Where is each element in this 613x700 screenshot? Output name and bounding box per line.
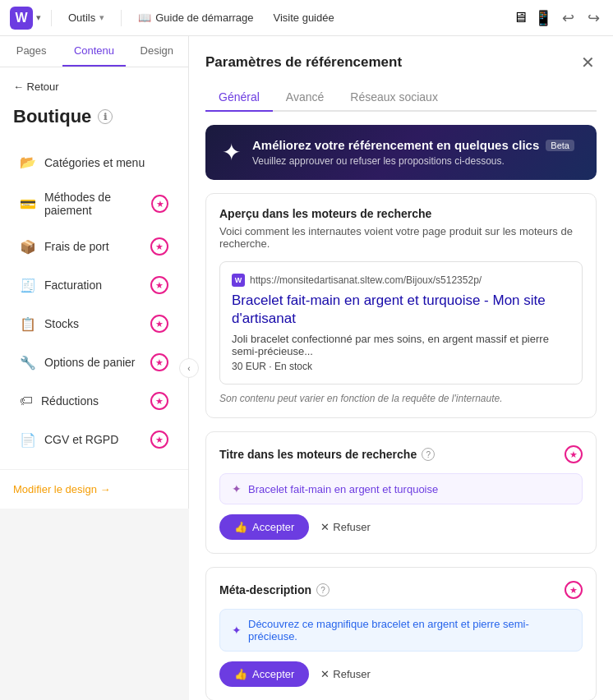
sidebar-footer: Modifier le design → [0, 469, 188, 509]
ai-banner-icon: ✦ [222, 139, 241, 166]
options-label: Options de panier [44, 356, 136, 369]
ai-banner-title-text: Améliorez votre référencement en quelque… [252, 138, 539, 152]
back-link[interactable]: ← Retour [0, 77, 188, 103]
cgv-star: ★ [150, 431, 168, 449]
logo-dropdown-arrow[interactable]: ▾ [36, 12, 41, 23]
panel-tab-general[interactable]: Général [205, 84, 273, 112]
meta-question-icon[interactable]: ? [316, 583, 330, 596]
monitor-icon[interactable]: 🖥 [513, 9, 528, 26]
title-section-title-row: Titre dans les moteurs de recherche ? [219, 448, 435, 461]
mobile-icon[interactable]: 📱 [534, 9, 552, 27]
meta-suggestion-icon: ✦ [232, 624, 242, 637]
frais-label: Frais de port [44, 240, 109, 253]
panel-tab-avance[interactable]: Avancé [273, 84, 337, 112]
title-reject-button[interactable]: ✕ Refuser [317, 514, 374, 540]
sidebar-item-categories[interactable]: 📂 Catégories et menu [7, 145, 182, 180]
meta-suggestion-text: Découvrez ce magnifique bracelet en arge… [248, 618, 570, 642]
sidebar-item-stocks[interactable]: 📋 Stocks ★ [7, 305, 182, 343]
search-meta: 30 EUR · En stock [232, 361, 570, 372]
guide-item[interactable]: 📖 Guide de démarrage [131, 8, 260, 27]
redo-button[interactable]: ↪ [584, 6, 603, 30]
visite-label: Visite guidée [273, 12, 334, 24]
options-icon: 🔧 [20, 355, 36, 371]
nav-left-categories: 📂 Catégories et menu [20, 154, 145, 170]
title-suggestion-icon: ✦ [232, 482, 242, 495]
modify-design-link[interactable]: Modifier le design → [13, 483, 175, 495]
sidebar-item-reductions[interactable]: 🏷 Réductions ★ [7, 382, 182, 420]
search-url: https://monsitedartisanat.sltew.com/Bijo… [250, 274, 482, 286]
search-link-title[interactable]: Bracelet fait-main en argent et turquois… [232, 292, 570, 328]
meta-reject-button[interactable]: ✕ Refuser [317, 661, 374, 687]
title-suggestion-text: Bracelet fait-main en argent et turquois… [248, 483, 438, 495]
meta-section-header: Méta-description ? ★ [219, 581, 583, 599]
meta-section-card: Méta-description ? ★ ✦ Découvrez ce magn… [205, 567, 597, 700]
reductions-star: ★ [150, 392, 168, 410]
title-section-header: Titre dans les moteurs de recherche ? ★ [219, 445, 583, 463]
undo-button[interactable]: ↩ [559, 6, 578, 30]
sidebar-tabs: Pages Contenu Design [0, 36, 188, 67]
sidebar-item-facturation[interactable]: 🧾 Facturation ★ [7, 266, 182, 304]
outils-label: Outils [68, 12, 95, 24]
stocks-star: ★ [150, 315, 168, 333]
frais-icon: 📦 [20, 239, 36, 255]
title-question-icon[interactable]: ? [422, 448, 435, 461]
title-suggestion-row: ✦ Bracelet fait-main en argent et turquo… [219, 473, 583, 504]
sidebar-item-options[interactable]: 🔧 Options de panier ★ [7, 343, 182, 381]
title-section-card: Titre dans les moteurs de recherche ? ★ … [205, 431, 597, 554]
sidebar-collapse-arrow[interactable]: ‹ [179, 358, 199, 378]
search-description: Joli bracelet confectionné par mes soins… [232, 333, 570, 357]
paiement-label: Méthodes de paiement [44, 191, 151, 217]
title-action-row: 👍 Accepter ✕ Refuser [219, 514, 583, 540]
categories-label: Catégories et menu [44, 156, 145, 169]
reductions-icon: 🏷 [20, 394, 33, 408]
meta-reject-label: Refuser [333, 668, 371, 680]
meta-section-label: Méta-description [219, 583, 311, 596]
cgv-icon: 📄 [20, 432, 36, 448]
outils-arrow: ▾ [99, 12, 104, 23]
topbar-sep-1 [51, 10, 52, 26]
logo-icon: W [10, 7, 33, 30]
sidebar-wrapper: Pages Contenu Design ← Retour Boutique ℹ… [0, 36, 189, 700]
title-section-star: ★ [565, 445, 583, 463]
panel-tab-reseaux[interactable]: Réseaux sociaux [337, 84, 451, 112]
sidebar-item-paiement[interactable]: 💳 Méthodes de paiement ★ [7, 181, 182, 227]
nav-left-paiement: 💳 Méthodes de paiement [20, 191, 151, 217]
frais-star: ★ [150, 237, 168, 256]
sidebar-item-cgv[interactable]: 📄 CGV et RGPD ★ [7, 421, 182, 458]
sidebar: Pages Contenu Design ← Retour Boutique ℹ… [0, 36, 189, 509]
meta-accept-button[interactable]: 👍 Accepter [219, 661, 309, 687]
nav-left-reductions: 🏷 Réductions [20, 394, 99, 408]
tab-design[interactable]: Design [126, 36, 188, 67]
sidebar-title-text: Boutique [13, 106, 91, 127]
info-icon[interactable]: ℹ [98, 109, 113, 124]
search-preview-box: W https://monsitedartisanat.sltew.com/Bi… [219, 261, 583, 385]
panel-header: Paramètres de référencement ✕ [189, 36, 613, 74]
title-accept-label: Accepter [252, 521, 294, 533]
meta-action-row: 👍 Accepter ✕ Refuser [219, 661, 583, 687]
outils-menu[interactable]: Outils ▾ [62, 8, 111, 27]
title-accept-button[interactable]: 👍 Accepter [219, 514, 309, 540]
ai-banner-title: Améliorez votre référencement en quelque… [252, 138, 580, 152]
thumb-up-icon: 👍 [234, 521, 247, 533]
panel: Paramètres de référencement ✕ Général Av… [189, 36, 613, 700]
title-reject-label: Refuser [333, 521, 371, 533]
beta-badge: Beta [546, 140, 574, 151]
meta-section-title-row: Méta-description ? [219, 583, 330, 596]
main-layout: Pages Contenu Design ← Retour Boutique ℹ… [0, 36, 613, 700]
categories-icon: 📂 [20, 154, 36, 170]
sidebar-title: Boutique ℹ [0, 103, 188, 144]
nav-left-frais: 📦 Frais de port [20, 239, 109, 255]
paiement-star: ★ [151, 195, 168, 213]
search-url-row: W https://monsitedartisanat.sltew.com/Bi… [232, 274, 570, 287]
tab-contenu[interactable]: Contenu [62, 36, 125, 67]
logo[interactable]: W ▾ [10, 7, 41, 30]
stocks-icon: 📋 [20, 316, 36, 332]
reductions-label: Réductions [41, 394, 99, 408]
topbar: W ▾ Outils ▾ 📖 Guide de démarrage Visite… [0, 0, 613, 36]
title-section-label: Titre dans les moteurs de recherche [219, 448, 417, 461]
close-button[interactable]: ✕ [579, 51, 597, 74]
tab-pages[interactable]: Pages [0, 36, 62, 67]
sidebar-item-frais[interactable]: 📦 Frais de port ★ [7, 228, 182, 265]
visite-item[interactable]: Visite guidée [266, 8, 340, 27]
title-reject-x: ✕ [320, 521, 330, 533]
